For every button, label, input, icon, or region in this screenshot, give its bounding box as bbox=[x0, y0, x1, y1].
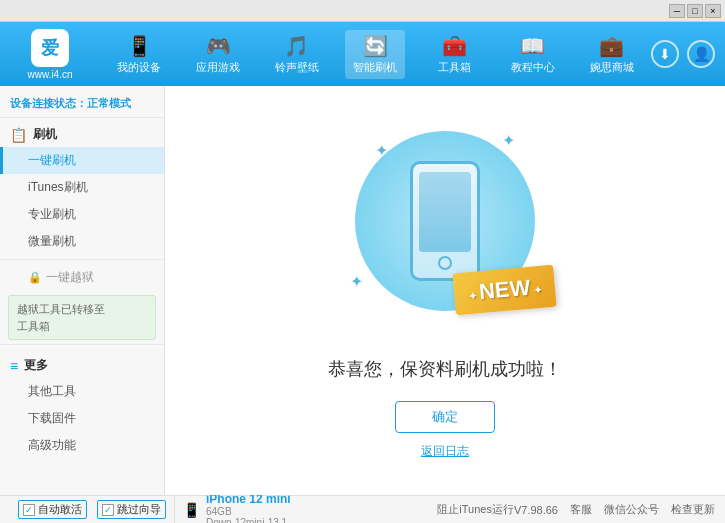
nav-icon-app-games: 🎮 bbox=[206, 34, 231, 58]
nav-label-my-device: 我的设备 bbox=[117, 60, 161, 75]
minimize-button[interactable]: ─ bbox=[669, 4, 685, 18]
logo-icon: 爱 bbox=[31, 29, 69, 67]
device-icon: 📱 bbox=[183, 502, 200, 518]
version-label: V7.98.66 bbox=[514, 504, 558, 516]
nav-label-store: 婉思商城 bbox=[590, 60, 634, 75]
nav-item-my-device[interactable]: 📱 我的设备 bbox=[109, 30, 169, 79]
sidebar-item-one-click-flash[interactable]: 一键刷机 bbox=[0, 147, 164, 174]
nav-icon-my-device: 📱 bbox=[127, 34, 152, 58]
title-bar: ─ □ × bbox=[0, 0, 725, 22]
itunes-flash-label: iTunes刷机 bbox=[28, 180, 88, 194]
sidebar: 设备连接状态：正常模式 📋 刷机 一键刷机 iTunes刷机 专业刷机 微量刷机 bbox=[0, 86, 165, 495]
nav-item-smart-flash[interactable]: 🔄 智能刷机 bbox=[345, 30, 405, 79]
nav-label-tutorial: 教程中心 bbox=[511, 60, 555, 75]
phone-home-button bbox=[438, 256, 452, 270]
user-button[interactable]: 👤 bbox=[687, 40, 715, 68]
pro-flash-label: 专业刷机 bbox=[28, 207, 76, 221]
confirm-button[interactable]: 确定 bbox=[395, 401, 495, 433]
skip-wizard-label: 跳过向导 bbox=[117, 502, 161, 517]
nav-label-smart-flash: 智能刷机 bbox=[353, 60, 397, 75]
phone-shape bbox=[410, 161, 480, 281]
sidebar-group-more: ≡ 更多 其他工具 下载固件 高级功能 bbox=[0, 349, 164, 459]
sidebar-item-download-firmware[interactable]: 下载固件 bbox=[0, 405, 164, 432]
itunes-status-text: 阻止iTunes运行 bbox=[437, 502, 514, 517]
download-firmware-label: 下载固件 bbox=[28, 411, 76, 425]
check-update-button[interactable]: 检查更新 bbox=[671, 502, 715, 517]
nav-label-app-games: 应用游戏 bbox=[196, 60, 240, 75]
skip-wizard-checkbox-box: ✓ bbox=[102, 504, 114, 516]
micro-flash-label: 微量刷机 bbox=[28, 234, 76, 248]
bottom-right-items: V7.98.66 客服 微信公众号 检查更新 bbox=[514, 502, 715, 517]
nav-item-tools[interactable]: 🧰 工具箱 bbox=[424, 30, 484, 79]
auto-launch-checkbox[interactable]: ✓ 自动敢活 bbox=[18, 500, 87, 519]
flash-group-header: 📋 刷机 bbox=[0, 118, 164, 147]
nav-label-ringtone: 铃声壁纸 bbox=[275, 60, 319, 75]
again-link[interactable]: 返回日志 bbox=[421, 443, 469, 460]
connection-status: 设备连接状态：正常模式 bbox=[0, 90, 164, 118]
sidebar-item-pro-flash[interactable]: 专业刷机 bbox=[0, 201, 164, 228]
sparkle-3: ✦ bbox=[350, 272, 363, 291]
success-illustration: NEW ✦ ✦ ✦ bbox=[345, 121, 545, 341]
nav-icon-smart-flash: 🔄 bbox=[363, 34, 388, 58]
nav-icon-tools: 🧰 bbox=[442, 34, 467, 58]
maximize-button[interactable]: □ bbox=[687, 4, 703, 18]
bottom-checkboxes: ✓ 自动敢活 ✓ 跳过向导 bbox=[10, 496, 175, 523]
nav-item-store[interactable]: 💼 婉思商城 bbox=[582, 30, 642, 79]
close-button[interactable]: × bbox=[705, 4, 721, 18]
auto-launch-label: 自动敢活 bbox=[38, 502, 82, 517]
device-firmware: Down-12mini-13,1 bbox=[206, 517, 291, 524]
nav-item-tutorial[interactable]: 📖 教程中心 bbox=[503, 30, 563, 79]
jailbreak-info-box: 越狱工具已转移至工具箱 bbox=[8, 295, 156, 340]
status-value: 正常模式 bbox=[87, 97, 131, 109]
sidebar-item-advanced[interactable]: 高级功能 bbox=[0, 432, 164, 459]
main-content: NEW ✦ ✦ ✦ 恭喜您，保资料刷机成功啦！ 确定 返回日志 bbox=[165, 86, 725, 495]
divider-1 bbox=[0, 259, 164, 260]
flash-group-icon: 📋 bbox=[10, 127, 27, 143]
nav-icon-ringtone: 🎵 bbox=[284, 34, 309, 58]
sidebar-item-other-tools[interactable]: 其他工具 bbox=[0, 378, 164, 405]
skip-wizard-checkbox[interactable]: ✓ 跳过向导 bbox=[97, 500, 166, 519]
jailbreak-info-text: 越狱工具已转移至工具箱 bbox=[17, 303, 105, 332]
logo-url: www.i4.cn bbox=[27, 69, 72, 80]
logo[interactable]: 爱 www.i4.cn bbox=[10, 29, 90, 80]
header-right-buttons: ⬇ 👤 bbox=[651, 40, 715, 68]
header: 爱 www.i4.cn 📱 我的设备 🎮 应用游戏 🎵 铃声壁纸 🔄 智能刷机 … bbox=[0, 22, 725, 86]
one-click-flash-label: 一键刷机 bbox=[28, 153, 76, 167]
advanced-label: 高级功能 bbox=[28, 438, 76, 452]
more-group-icon: ≡ bbox=[10, 358, 18, 374]
success-message: 恭喜您，保资料刷机成功啦！ bbox=[328, 357, 562, 381]
more-group-header: ≡ 更多 bbox=[0, 349, 164, 378]
new-badge: NEW bbox=[452, 265, 557, 316]
bottom-bar: ✓ 自动敢活 ✓ 跳过向导 📱 iPhone 12 mini 64GB Down… bbox=[0, 495, 725, 523]
jailbreak-label: 一键越狱 bbox=[46, 269, 94, 286]
auto-launch-checkbox-box: ✓ bbox=[23, 504, 35, 516]
nav-bar: 📱 我的设备 🎮 应用游戏 🎵 铃声壁纸 🔄 智能刷机 🧰 工具箱 📖 教程中心… bbox=[100, 30, 651, 79]
itunes-status: 阻止iTunes运行 bbox=[437, 502, 514, 517]
lock-icon: 🔒 bbox=[28, 271, 42, 284]
nav-icon-tutorial: 📖 bbox=[520, 34, 545, 58]
wechat-official-link[interactable]: 微信公众号 bbox=[604, 502, 659, 517]
sidebar-group-jailbreak: 🔒 一键越狱 越狱工具已转移至工具箱 bbox=[0, 264, 164, 340]
nav-icon-store: 💼 bbox=[599, 34, 624, 58]
more-group-label: 更多 bbox=[24, 357, 48, 374]
nav-item-app-games[interactable]: 🎮 应用游戏 bbox=[188, 30, 248, 79]
download-button[interactable]: ⬇ bbox=[651, 40, 679, 68]
flash-group-label: 刷机 bbox=[33, 126, 57, 143]
device-info: iPhone 12 mini 64GB Down-12mini-13,1 bbox=[206, 492, 291, 524]
main-area: 设备连接状态：正常模式 📋 刷机 一键刷机 iTunes刷机 专业刷机 微量刷机 bbox=[0, 86, 725, 495]
jailbreak-locked-header: 🔒 一键越狱 bbox=[0, 264, 164, 291]
divider-2 bbox=[0, 344, 164, 345]
phone-screen bbox=[419, 172, 471, 252]
sidebar-item-micro-flash[interactable]: 微量刷机 bbox=[0, 228, 164, 255]
nav-item-ringtone[interactable]: 🎵 铃声壁纸 bbox=[267, 30, 327, 79]
status-label: 设备连接状态： bbox=[10, 97, 87, 109]
other-tools-label: 其他工具 bbox=[28, 384, 76, 398]
sidebar-item-itunes-flash[interactable]: iTunes刷机 bbox=[0, 174, 164, 201]
customer-service-link[interactable]: 客服 bbox=[570, 502, 592, 517]
device-section: 📱 iPhone 12 mini 64GB Down-12mini-13,1 bbox=[175, 492, 437, 524]
sparkle-2: ✦ bbox=[502, 131, 515, 150]
nav-label-tools: 工具箱 bbox=[438, 60, 471, 75]
sidebar-group-flash: 📋 刷机 一键刷机 iTunes刷机 专业刷机 微量刷机 bbox=[0, 118, 164, 255]
device-storage: 64GB bbox=[206, 506, 291, 517]
sparkle-1: ✦ bbox=[375, 141, 388, 160]
